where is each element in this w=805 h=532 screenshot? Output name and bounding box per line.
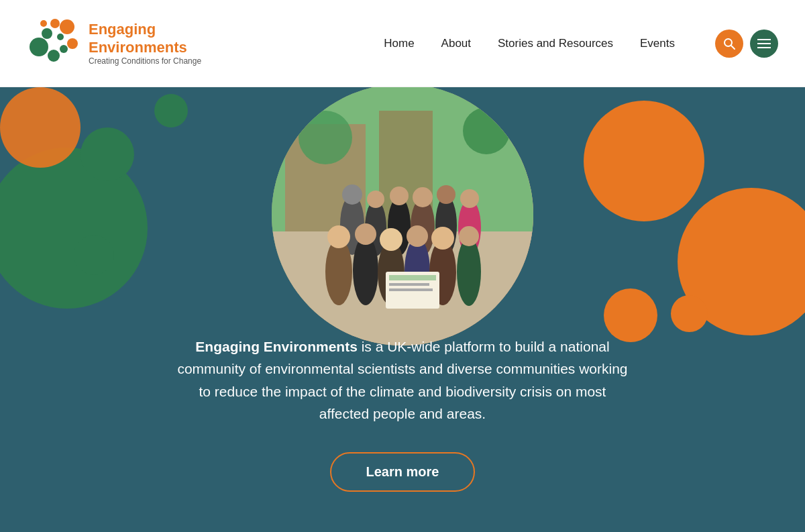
deco-circle-green-sm-topleft xyxy=(80,127,134,181)
svg-point-31 xyxy=(460,189,479,208)
nav-about[interactable]: About xyxy=(441,37,471,50)
svg-line-10 xyxy=(731,46,735,49)
search-icon xyxy=(722,37,736,50)
svg-point-21 xyxy=(342,184,362,205)
deco-circle-orange-right1 xyxy=(584,101,704,221)
deco-circle-green-xs-left xyxy=(74,235,114,275)
svg-point-42 xyxy=(457,237,481,306)
svg-point-35 xyxy=(355,223,376,245)
deco-circle-orange-topleft xyxy=(0,87,80,168)
svg-point-41 xyxy=(431,227,454,250)
svg-point-8 xyxy=(40,20,47,27)
logo-text: Engaging Environments Creating Condition… xyxy=(89,21,201,66)
nav-stories[interactable]: Stories and Resources xyxy=(498,37,613,50)
logo-dots-icon xyxy=(27,17,80,70)
svg-point-4 xyxy=(57,34,64,40)
svg-rect-47 xyxy=(389,288,433,291)
nav-home[interactable]: Home xyxy=(384,37,414,50)
menu-button[interactable] xyxy=(750,30,778,58)
photo-placeholder xyxy=(272,87,533,345)
group-photo-svg xyxy=(272,87,533,345)
hero-content: Engaging Environments is a UK-wide platf… xyxy=(174,335,631,492)
logo-title: Engaging Environments xyxy=(89,21,201,56)
hero-description: Engaging Environments is a UK-wide platf… xyxy=(174,335,631,425)
svg-point-19 xyxy=(463,107,510,154)
svg-point-1 xyxy=(48,50,60,62)
svg-point-33 xyxy=(327,225,350,248)
svg-point-43 xyxy=(459,226,479,246)
nav-events[interactable]: Events xyxy=(640,37,675,50)
svg-point-25 xyxy=(390,187,409,205)
svg-point-0 xyxy=(30,38,48,56)
svg-point-23 xyxy=(367,191,384,208)
svg-point-37 xyxy=(380,228,402,251)
main-nav: Home About Stories and Resources Events xyxy=(384,30,778,58)
svg-point-7 xyxy=(67,38,78,49)
learn-more-button[interactable]: Learn more xyxy=(330,452,476,492)
svg-rect-45 xyxy=(389,275,436,280)
hero-section: Engaging Environments is a UK-wide platf… xyxy=(0,87,805,532)
group-photo xyxy=(272,87,533,345)
deco-circle-orange-right2 xyxy=(604,288,657,342)
svg-point-6 xyxy=(50,19,60,28)
svg-point-29 xyxy=(437,185,455,204)
deco-circle-orange-right3 xyxy=(671,295,708,332)
nav-icon-group xyxy=(715,30,778,58)
site-header: Engaging Environments Creating Condition… xyxy=(0,0,805,87)
svg-point-34 xyxy=(353,235,378,305)
deco-circle-green-tiny-left xyxy=(154,94,188,127)
search-button[interactable] xyxy=(715,30,743,58)
svg-point-39 xyxy=(407,225,428,247)
svg-rect-46 xyxy=(389,283,429,286)
svg-point-5 xyxy=(60,19,74,34)
svg-point-2 xyxy=(60,45,68,53)
svg-point-18 xyxy=(299,111,352,164)
svg-point-27 xyxy=(413,187,433,207)
hamburger-icon xyxy=(757,39,771,48)
logo-subtitle: Creating Conditions for Change xyxy=(89,56,201,66)
logo[interactable]: Engaging Environments Creating Condition… xyxy=(27,17,201,70)
svg-point-3 xyxy=(42,28,52,39)
hero-brand-name: Engaging Environments xyxy=(195,339,358,354)
